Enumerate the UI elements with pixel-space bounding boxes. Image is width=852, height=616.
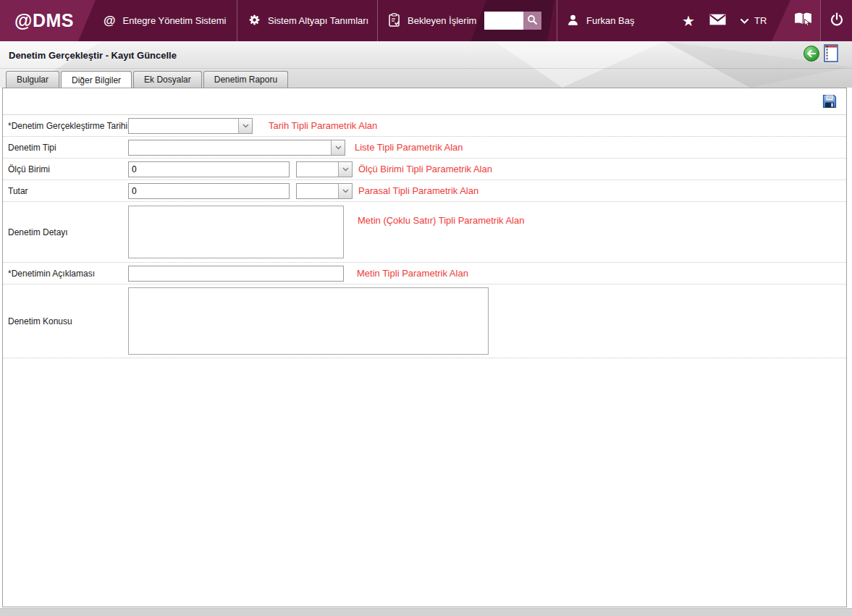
search-input[interactable] bbox=[484, 12, 523, 30]
logout-button[interactable] bbox=[821, 0, 852, 41]
open-book-icon bbox=[793, 12, 813, 30]
tab-label: Ek Dosyalar bbox=[144, 75, 191, 85]
messages-button[interactable] bbox=[709, 0, 726, 41]
notepad-icon bbox=[824, 52, 838, 64]
back-button[interactable] bbox=[804, 46, 819, 62]
floppy-disk-icon bbox=[822, 99, 838, 111]
form-row-olcu-birimi: Ölçü Birimi Ölçü Birimi Tipli Parametrik… bbox=[3, 159, 846, 180]
field-annotation: Metin Tipli Parametrik Alan bbox=[357, 268, 468, 279]
header-separator bbox=[557, 0, 557, 41]
nav-bekleyen-islerim[interactable]: Bekleyen İşlerim bbox=[389, 0, 476, 41]
user-menu[interactable]: Furkan Baş bbox=[567, 0, 634, 41]
tab-diger-bilgiler[interactable]: Diğer Bilgiler bbox=[61, 71, 132, 88]
field-annotation: Ölçü Birimi Tipli Parametrik Alan bbox=[358, 164, 492, 174]
gear-icon bbox=[248, 14, 261, 28]
form-row-denetim-tipi: Denetim Tipi Liste Tipli Parametrik Alan bbox=[3, 137, 846, 159]
form-row-tutar: Tutar Parasal Tipli Parametrik Alan bbox=[3, 180, 846, 202]
tab-ek-dosyalar[interactable]: Ek Dosyalar bbox=[133, 71, 202, 88]
save-button[interactable] bbox=[822, 93, 838, 109]
olcu-birimi-input[interactable] bbox=[128, 161, 290, 177]
qdms-logo[interactable]: @DMS bbox=[0, 0, 96, 41]
list-combo[interactable] bbox=[128, 140, 345, 156]
header-separator bbox=[377, 0, 378, 41]
denetimin-aciklamasi-input[interactable] bbox=[128, 266, 344, 282]
chevron-down-icon bbox=[741, 15, 748, 26]
field-label: Denetim Detayı bbox=[3, 227, 128, 237]
toolbar bbox=[3, 88, 846, 115]
tab-bulgular[interactable]: Bulgular bbox=[6, 71, 59, 88]
nav-label: Sistem Altyapı Tanımları bbox=[268, 15, 368, 26]
qdms-mark-icon: @ bbox=[104, 14, 116, 27]
field-label: *Denetimin Açıklaması bbox=[3, 269, 128, 279]
form-row-denetim-detayi: Denetim Detayı Metin (Çoklu Satır) Tipli… bbox=[3, 202, 846, 263]
tab-content-panel: *Denetim Gerçekleştirme Tarihi Tarih Tip… bbox=[2, 88, 847, 607]
app-header: @DMS @ Entegre Yönetim Sistemi Sistem Al… bbox=[0, 0, 852, 41]
language-code: TR bbox=[754, 15, 767, 26]
tab-denetim-raporu[interactable]: Denetim Raporu bbox=[203, 71, 288, 88]
dropdown-arrow-icon[interactable] bbox=[238, 119, 252, 133]
field-annotation: Metin (Çoklu Satır) Tipli Parametrik Ala… bbox=[358, 215, 524, 226]
currency-combo[interactable] bbox=[296, 183, 353, 199]
record-document-button[interactable] bbox=[824, 44, 838, 65]
date-picker-combo[interactable] bbox=[128, 118, 253, 134]
dropdown-arrow-icon[interactable] bbox=[338, 184, 352, 198]
search-icon bbox=[527, 14, 538, 28]
form-row-denetim-gerceklestirme-tarihi: *Denetim Gerçekleştirme Tarihi Tarih Tip… bbox=[3, 115, 846, 137]
header-search-area bbox=[471, 0, 554, 41]
power-icon bbox=[830, 12, 844, 30]
favorites-button[interactable]: ★ bbox=[682, 0, 695, 41]
tab-label: Bulgular bbox=[17, 75, 48, 85]
field-label: Tutar bbox=[3, 186, 128, 196]
dropdown-arrow-icon[interactable] bbox=[331, 140, 345, 155]
qdms-logo-text: @DMS bbox=[14, 10, 74, 31]
form-row-denetimin-aciklamasi: *Denetimin Açıklaması Metin Tipli Parame… bbox=[3, 263, 846, 284]
combo-value bbox=[297, 162, 338, 177]
field-annotation: Tarih Tipli Parametrik Alan bbox=[269, 120, 377, 131]
field-annotation: Liste Tipli Parametrik Alan bbox=[355, 142, 463, 153]
dropdown-arrow-icon[interactable] bbox=[338, 162, 352, 177]
language-selector[interactable]: TR bbox=[741, 0, 767, 41]
denetim-detayi-textarea[interactable] bbox=[128, 206, 344, 258]
user-icon bbox=[567, 14, 579, 28]
combo-value bbox=[297, 184, 338, 198]
envelope-icon bbox=[709, 14, 726, 28]
combo-value bbox=[129, 119, 238, 133]
tab-label: Denetim Raporu bbox=[214, 75, 277, 85]
field-label: Denetim Tipi bbox=[3, 143, 128, 153]
clipboard-check-icon bbox=[389, 13, 400, 29]
titlebar-divider bbox=[0, 68, 852, 69]
arrow-left-icon bbox=[807, 47, 816, 60]
field-annotation: Parasal Tipli Parametrik Alan bbox=[358, 185, 478, 196]
star-icon: ★ bbox=[682, 12, 695, 30]
tutar-input[interactable] bbox=[128, 183, 290, 199]
denetim-konusu-textarea[interactable] bbox=[128, 287, 489, 355]
page-title: Denetim Gerçekleştir - Kayıt Güncelle bbox=[9, 50, 177, 61]
user-name: Furkan Baş bbox=[586, 15, 634, 26]
horizontal-scrollbar[interactable] bbox=[0, 608, 852, 616]
combo-value bbox=[129, 140, 331, 155]
field-label: Denetim Konusu bbox=[3, 316, 128, 326]
nav-sistem-altyapi-tanimlari[interactable]: Sistem Altyapı Tanımları bbox=[248, 0, 368, 41]
tab-bar: Bulgular Diğer Bilgiler Ek Dosyalar Dene… bbox=[6, 71, 288, 88]
form-row-denetim-konusu: Denetim Konusu bbox=[3, 284, 846, 358]
tab-label: Diğer Bilgiler bbox=[72, 75, 121, 85]
search-button[interactable] bbox=[523, 12, 541, 30]
page-chrome: Denetim Gerçekleştir - Kayıt Güncelle Bu… bbox=[0, 41, 852, 88]
nav-label: Bekleyen İşlerim bbox=[408, 15, 476, 26]
unit-combo[interactable] bbox=[296, 161, 353, 177]
nav-entegre-yonetim-sistemi[interactable]: @ Entegre Yönetim Sistemi bbox=[104, 0, 226, 41]
user-manual-button[interactable] bbox=[772, 0, 820, 41]
field-label: *Denetim Gerçekleştirme Tarihi bbox=[3, 121, 128, 131]
field-label: Ölçü Birimi bbox=[3, 164, 128, 174]
nav-label: Entegre Yönetim Sistemi bbox=[123, 15, 227, 26]
header-separator bbox=[237, 0, 237, 41]
